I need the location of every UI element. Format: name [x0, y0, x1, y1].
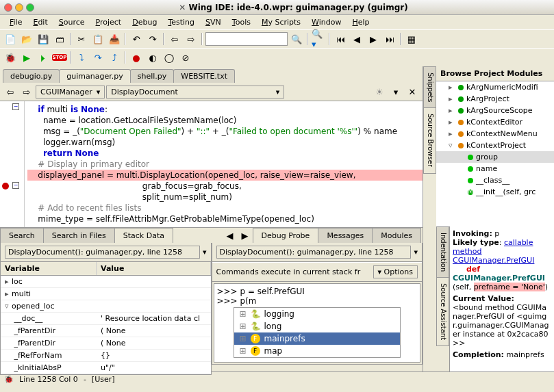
vars-col-value[interactable]: Value — [97, 262, 211, 275]
breakpoint-marker[interactable] — [2, 183, 9, 190]
side-tab[interactable]: Source Browser — [423, 107, 436, 173]
code-line[interactable]: msg = _("Document Open Failed") + "::" +… — [27, 126, 423, 137]
debug-continue-button[interactable]: ⏵ — [36, 50, 51, 65]
code-line[interactable]: return None — [27, 148, 423, 159]
debug-run-button[interactable]: ▶ — [19, 50, 34, 65]
symbol-link[interactable]: CGUIManager.PrefGUI — [453, 256, 534, 265]
bottom-tab[interactable]: Debug Probe — [253, 228, 319, 243]
doc-sun-icon[interactable]: ☀ — [372, 84, 387, 99]
tree-item[interactable]: __class__ — [436, 174, 554, 186]
nav-prev-button[interactable]: ◀ — [349, 31, 364, 47]
step-over-button[interactable]: ↷ — [90, 50, 105, 65]
save-all-button[interactable]: 🗃 — [52, 31, 67, 47]
tree-item[interactable]: ▸kArgSourceScope — [436, 105, 554, 116]
breakpoint-toggle-button[interactable]: ● — [129, 50, 144, 65]
minimize-window-button[interactable] — [15, 3, 23, 12]
completion-item[interactable]: ⊞🐍logging — [234, 308, 401, 320]
variable-row[interactable]: __doc__' Resource location data cl — [1, 313, 211, 325]
doc-menu-button[interactable]: ▾ — [388, 84, 403, 99]
probe-frame-selector[interactable]: DisplayDocument(): guimanager.py, line 1… — [216, 246, 412, 259]
menu-window[interactable]: Window — [306, 16, 347, 28]
completion-item[interactable]: ⊞Fmap — [234, 345, 401, 357]
breakpoint-enable-button[interactable]: ◯ — [162, 50, 177, 65]
step-out-button[interactable]: ⤴ — [107, 50, 122, 65]
search-button[interactable]: 🔍 — [289, 31, 304, 47]
symbol-selector[interactable]: DisplayDocument▾ — [106, 86, 284, 99]
variable-row[interactable]: _fParentDir( None — [1, 337, 211, 350]
tree-item[interactable]: ▸kContextEditor — [436, 116, 554, 128]
code-line[interactable]: split_num=split_num) — [27, 192, 423, 202]
class-selector[interactable]: CGUIManager▾ — [36, 86, 105, 99]
tree-item[interactable]: ▸kContextNewMenu — [436, 128, 554, 140]
variables-view[interactable]: Variable Value ▸loc▸multi▿opened_loc __d… — [1, 262, 211, 374]
menu-source[interactable]: Source — [53, 16, 90, 28]
debug-stop-button[interactable]: STOP — [52, 50, 67, 65]
side-tab[interactable]: Indentation — [436, 226, 449, 278]
stack-frame-selector[interactable]: DisplayDocument(): guimanager.py, line 1… — [5, 246, 200, 259]
tree-item[interactable]: group — [436, 151, 554, 163]
go-forward-button[interactable]: ⇨ — [184, 31, 199, 47]
vars-col-variable[interactable]: Variable — [1, 262, 97, 275]
maximize-window-button[interactable] — [26, 3, 34, 12]
bottom-tab[interactable]: Messages — [318, 228, 373, 243]
quick-search-input[interactable] — [205, 32, 288, 46]
editor-tab[interactable]: guimanager.py — [59, 69, 130, 83]
variable-row[interactable]: _fParentDir( None — [1, 325, 211, 337]
variable-row[interactable]: _kInitialAbsPu"/" — [1, 362, 211, 374]
breakpoint-clear-button[interactable]: ⊘ — [178, 50, 193, 65]
code-line[interactable]: displayed_panel = multi.DisplayLocation(… — [27, 170, 423, 181]
breakpoint-cond-button[interactable]: ◐ — [145, 50, 160, 65]
variable-row[interactable]: ▸loc — [1, 276, 211, 288]
tree-item[interactable]: ▿kContextProject — [436, 140, 554, 151]
code-line[interactable]: name = location.GetLocalFileSystemName(l… — [27, 115, 423, 126]
completion-item[interactable]: ⊞Fmainprefs — [234, 332, 401, 345]
cut-button[interactable]: ✂ — [74, 31, 89, 47]
fold-toggle-icon[interactable]: − — [12, 103, 19, 110]
menu-testing[interactable]: Testing — [162, 16, 200, 28]
code-line[interactable]: mime_type = self.fFileAttribMgr.GetProba… — [27, 213, 423, 224]
autocomplete-popup[interactable]: ⊞🐍logging⊞🐍long⊞Fmainprefs⊞Fmap — [234, 307, 401, 358]
nav-first-button[interactable]: ⏮ — [333, 31, 348, 47]
code-line[interactable]: # Display in primary editor — [27, 159, 423, 170]
tree-item[interactable]: ▸kArgNumericModifi — [436, 81, 554, 93]
source-assistant-panel[interactable]: Invoking: p Likely type: callable method… — [450, 226, 554, 371]
menu-debug[interactable]: Debug — [127, 16, 162, 28]
code-editor[interactable]: − if multi is None: name = location.GetL… — [0, 101, 423, 228]
code-line[interactable]: grab_focus=grab_focus, — [27, 181, 423, 192]
tree-item[interactable]: name — [436, 163, 554, 174]
menu-file[interactable]: File — [4, 16, 27, 28]
editor-gutter[interactable] — [0, 101, 25, 227]
variable-row[interactable]: ▿opened_loc — [1, 300, 211, 313]
variable-row[interactable]: ▸multi — [1, 288, 211, 300]
open-file-button[interactable]: 📂 — [19, 31, 34, 47]
variable-row[interactable]: _fRefForNam{} — [1, 350, 211, 362]
code-line[interactable]: # Add to recent files lists — [27, 202, 423, 213]
nav-next-button[interactable]: ▶ — [366, 31, 381, 47]
side-tab[interactable]: Snippets — [423, 66, 436, 108]
redo-button[interactable]: ↷ — [145, 31, 160, 47]
menu-project[interactable]: Project — [90, 16, 127, 28]
probe-options-button[interactable]: ▾ Options — [373, 265, 418, 278]
editor-tab[interactable]: WEBSITE.txt — [173, 69, 235, 83]
code-line[interactable]: logger.warn(msg) — [27, 137, 423, 148]
undo-button[interactable]: ↶ — [129, 31, 144, 47]
tree-item[interactable]: ▸kArgProject — [436, 93, 554, 105]
doc-close-button[interactable]: ✕ — [405, 84, 420, 99]
menu-edit[interactable]: Edit — [27, 16, 53, 28]
step-into-button[interactable]: ⤵ — [74, 50, 89, 65]
editor-tab[interactable]: shell.py — [130, 69, 175, 83]
bottom-tab[interactable]: Stack Data — [114, 228, 173, 243]
menu-myscripts[interactable]: My Scripts — [256, 16, 306, 28]
debug-probe-console[interactable]: >>> p = self.PrefGUI>>> p(m ⊞🐍logging⊞🐍l… — [214, 283, 421, 363]
browse-tree[interactable]: ▸kArgNumericModifi▸kArgProject▸kArgSourc… — [436, 81, 554, 226]
save-button[interactable]: 💾 — [36, 31, 51, 47]
editor-tab[interactable]: debugio.py — [3, 69, 60, 83]
tree-item[interactable]: M__init__(self, grc — [436, 186, 554, 198]
bottom-tab[interactable]: Modules — [372, 228, 421, 243]
copy-button[interactable]: 📋 — [90, 31, 105, 47]
fold-toggle-icon[interactable]: − — [12, 182, 19, 189]
debug-bug-icon[interactable]: 🐞 — [3, 50, 18, 65]
run-config-button[interactable]: 🔍▾ — [311, 31, 326, 47]
status-bug-icon[interactable]: 🐞 — [4, 375, 14, 384]
nav-last-button[interactable]: ⏭ — [382, 31, 397, 47]
